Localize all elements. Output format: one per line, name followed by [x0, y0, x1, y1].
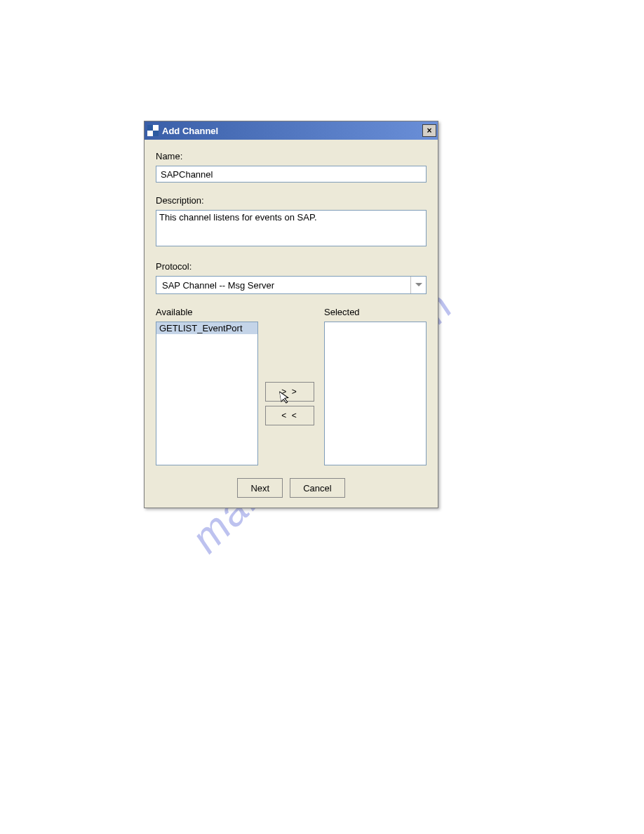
- lists-row: Available GETLIST_EventPort > > < < Sele…: [156, 307, 427, 465]
- button-row: Next Cancel: [156, 478, 427, 498]
- cancel-button[interactable]: Cancel: [290, 478, 344, 498]
- description-label: Description:: [156, 195, 427, 206]
- remove-from-selected-button[interactable]: < <: [265, 406, 314, 425]
- selected-column: Selected: [324, 307, 427, 465]
- close-icon: ×: [427, 126, 431, 135]
- available-column: Available GETLIST_EventPort: [156, 307, 258, 465]
- next-button[interactable]: Next: [237, 478, 283, 498]
- app-icon: [147, 125, 159, 136]
- chevron-down-icon: [410, 277, 426, 293]
- transfer-buttons: > > < <: [265, 307, 314, 465]
- dialog-title: Add Channel: [162, 126, 218, 136]
- selected-label: Selected: [324, 307, 427, 317]
- add-channel-dialog: Add Channel × Name: Description: Protoco…: [144, 121, 438, 508]
- protocol-label: Protocol:: [156, 261, 427, 272]
- available-listbox[interactable]: GETLIST_EventPort: [156, 322, 258, 465]
- description-input[interactable]: [156, 210, 427, 246]
- close-button[interactable]: ×: [422, 124, 436, 137]
- name-input[interactable]: [156, 166, 427, 183]
- titlebar-left: Add Channel: [147, 125, 218, 136]
- titlebar: Add Channel ×: [145, 121, 438, 140]
- selected-listbox[interactable]: [324, 322, 427, 465]
- dialog-body: Name: Description: Protocol: SAP Channel…: [145, 140, 438, 508]
- add-to-selected-button[interactable]: > >: [265, 382, 314, 402]
- description-section: Description:: [156, 195, 427, 249]
- name-section: Name:: [156, 151, 427, 183]
- name-label: Name:: [156, 151, 427, 161]
- protocol-value: SAP Channel -- Msg Server: [162, 280, 274, 291]
- list-item[interactable]: GETLIST_EventPort: [156, 322, 257, 334]
- protocol-dropdown[interactable]: SAP Channel -- Msg Server: [156, 276, 427, 294]
- available-label: Available: [156, 307, 258, 317]
- protocol-section: Protocol: SAP Channel -- Msg Server: [156, 261, 427, 294]
